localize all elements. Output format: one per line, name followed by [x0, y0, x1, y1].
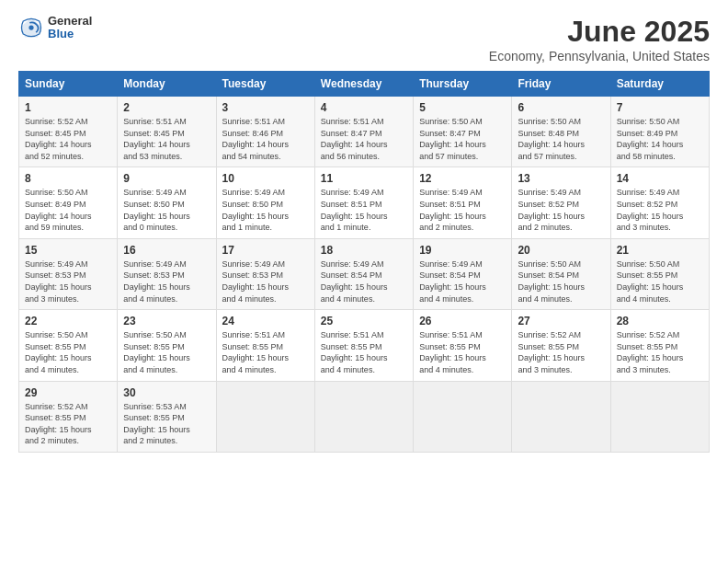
- logo-text: General Blue: [48, 15, 92, 41]
- svg-point-2: [28, 26, 33, 30]
- calendar-cell: [216, 381, 314, 452]
- day-number: 30: [123, 386, 210, 399]
- calendar-cell: [314, 381, 413, 452]
- day-info: Sunrise: 5:49 AM Sunset: 8:51 PM Dayligh…: [321, 187, 407, 233]
- calendar-cell: 19Sunrise: 5:49 AM Sunset: 8:54 PM Dayli…: [414, 238, 512, 309]
- calendar-cell: 11Sunrise: 5:49 AM Sunset: 8:51 PM Dayli…: [314, 167, 413, 238]
- day-header-tuesday: Tuesday: [216, 72, 314, 97]
- day-number: 4: [321, 101, 407, 114]
- calendar-cell: 5Sunrise: 5:50 AM Sunset: 8:47 PM Daylig…: [414, 97, 512, 167]
- calendar-cell: [610, 381, 709, 452]
- calendar-cell: 8Sunrise: 5:50 AM Sunset: 8:49 PM Daylig…: [19, 167, 118, 238]
- day-number: 15: [25, 244, 111, 257]
- calendar-cell: 29Sunrise: 5:52 AM Sunset: 8:55 PM Dayli…: [19, 381, 118, 452]
- day-info: Sunrise: 5:49 AM Sunset: 8:54 PM Dayligh…: [419, 259, 506, 304]
- day-number: 6: [518, 101, 604, 114]
- day-number: 21: [617, 244, 703, 257]
- day-info: Sunrise: 5:50 AM Sunset: 8:55 PM Dayligh…: [617, 259, 703, 304]
- day-header-sunday: Sunday: [19, 72, 118, 97]
- day-number: 12: [419, 172, 506, 185]
- page-header: General Blue June 2025 Economy, Pennsylv…: [18, 15, 710, 63]
- day-number: 18: [321, 244, 407, 257]
- calendar-cell: 12Sunrise: 5:49 AM Sunset: 8:51 PM Dayli…: [414, 167, 512, 238]
- day-info: Sunrise: 5:50 AM Sunset: 8:47 PM Dayligh…: [419, 116, 506, 162]
- day-number: 16: [123, 244, 210, 257]
- day-number: 9: [123, 172, 210, 185]
- calendar-cell: [414, 381, 512, 452]
- calendar-cell: 25Sunrise: 5:51 AM Sunset: 8:55 PM Dayli…: [314, 310, 413, 381]
- day-info: Sunrise: 5:49 AM Sunset: 8:53 PM Dayligh…: [123, 259, 210, 304]
- calendar-week-row: 8Sunrise: 5:50 AM Sunset: 8:49 PM Daylig…: [19, 167, 710, 238]
- calendar-cell: 21Sunrise: 5:50 AM Sunset: 8:55 PM Dayli…: [610, 238, 709, 309]
- day-number: 29: [25, 386, 111, 399]
- calendar-cell: 2Sunrise: 5:51 AM Sunset: 8:45 PM Daylig…: [118, 97, 216, 167]
- calendar-cell: 13Sunrise: 5:49 AM Sunset: 8:52 PM Dayli…: [512, 167, 610, 238]
- day-info: Sunrise: 5:51 AM Sunset: 8:46 PM Dayligh…: [222, 116, 309, 162]
- day-number: 23: [123, 315, 210, 327]
- day-info: Sunrise: 5:49 AM Sunset: 8:52 PM Dayligh…: [518, 187, 604, 233]
- day-number: 20: [518, 244, 604, 257]
- day-info: Sunrise: 5:52 AM Sunset: 8:45 PM Dayligh…: [25, 116, 111, 162]
- day-number: 14: [617, 172, 703, 185]
- day-number: 3: [222, 101, 309, 114]
- day-number: 22: [25, 315, 111, 327]
- day-info: Sunrise: 5:49 AM Sunset: 8:51 PM Dayligh…: [419, 187, 506, 233]
- day-header-friday: Friday: [512, 72, 610, 97]
- calendar-week-row: 22Sunrise: 5:50 AM Sunset: 8:55 PM Dayli…: [19, 310, 710, 381]
- calendar-table: SundayMondayTuesdayWednesdayThursdayFrid…: [18, 71, 710, 453]
- calendar-header-row: SundayMondayTuesdayWednesdayThursdayFrid…: [19, 72, 710, 97]
- day-number: 10: [222, 172, 309, 185]
- day-info: Sunrise: 5:52 AM Sunset: 8:55 PM Dayligh…: [518, 329, 604, 375]
- calendar-cell: 10Sunrise: 5:49 AM Sunset: 8:50 PM Dayli…: [216, 167, 314, 238]
- day-number: 7: [617, 101, 703, 114]
- calendar-cell: 14Sunrise: 5:49 AM Sunset: 8:52 PM Dayli…: [610, 167, 709, 238]
- calendar-cell: 23Sunrise: 5:50 AM Sunset: 8:55 PM Dayli…: [118, 310, 216, 381]
- day-info: Sunrise: 5:49 AM Sunset: 8:52 PM Dayligh…: [617, 187, 703, 233]
- day-number: 8: [25, 172, 111, 185]
- day-number: 19: [419, 244, 506, 257]
- day-number: 5: [419, 101, 506, 114]
- day-info: Sunrise: 5:51 AM Sunset: 8:55 PM Dayligh…: [321, 329, 407, 375]
- calendar-cell: 27Sunrise: 5:52 AM Sunset: 8:55 PM Dayli…: [512, 310, 610, 381]
- calendar-cell: 18Sunrise: 5:49 AM Sunset: 8:54 PM Dayli…: [314, 238, 413, 309]
- day-number: 27: [518, 315, 604, 327]
- day-number: 28: [617, 315, 703, 327]
- calendar-cell: 26Sunrise: 5:51 AM Sunset: 8:55 PM Dayli…: [414, 310, 512, 381]
- day-info: Sunrise: 5:53 AM Sunset: 8:55 PM Dayligh…: [123, 401, 210, 447]
- day-header-wednesday: Wednesday: [314, 72, 413, 97]
- logo-icon: [18, 15, 44, 40]
- day-number: 11: [321, 172, 407, 185]
- logo-blue: Blue: [48, 28, 92, 40]
- day-number: 2: [123, 101, 210, 114]
- logo-general: General: [48, 15, 92, 28]
- calendar-cell: 6Sunrise: 5:50 AM Sunset: 8:48 PM Daylig…: [512, 97, 610, 167]
- day-number: 24: [222, 315, 309, 327]
- calendar-week-row: 15Sunrise: 5:49 AM Sunset: 8:53 PM Dayli…: [19, 238, 710, 309]
- calendar-cell: 3Sunrise: 5:51 AM Sunset: 8:46 PM Daylig…: [216, 97, 314, 167]
- calendar-cell: 30Sunrise: 5:53 AM Sunset: 8:55 PM Dayli…: [118, 381, 216, 452]
- calendar-cell: 7Sunrise: 5:50 AM Sunset: 8:49 PM Daylig…: [610, 97, 709, 167]
- calendar-cell: 9Sunrise: 5:49 AM Sunset: 8:50 PM Daylig…: [118, 167, 216, 238]
- day-info: Sunrise: 5:50 AM Sunset: 8:55 PM Dayligh…: [123, 329, 210, 375]
- title-block: June 2025 Economy, Pennsylvania, United …: [489, 15, 710, 63]
- day-info: Sunrise: 5:51 AM Sunset: 8:45 PM Dayligh…: [123, 116, 210, 162]
- day-info: Sunrise: 5:49 AM Sunset: 8:50 PM Dayligh…: [222, 187, 309, 233]
- calendar-cell: 16Sunrise: 5:49 AM Sunset: 8:53 PM Dayli…: [118, 238, 216, 309]
- day-info: Sunrise: 5:51 AM Sunset: 8:55 PM Dayligh…: [419, 329, 506, 375]
- day-number: 25: [321, 315, 407, 327]
- calendar-cell: [512, 381, 610, 452]
- day-info: Sunrise: 5:52 AM Sunset: 8:55 PM Dayligh…: [617, 329, 703, 375]
- day-info: Sunrise: 5:50 AM Sunset: 8:54 PM Dayligh…: [518, 259, 604, 304]
- day-number: 13: [518, 172, 604, 185]
- day-header-monday: Monday: [118, 72, 216, 97]
- day-info: Sunrise: 5:52 AM Sunset: 8:55 PM Dayligh…: [25, 401, 111, 447]
- calendar-cell: 1Sunrise: 5:52 AM Sunset: 8:45 PM Daylig…: [19, 97, 118, 167]
- day-info: Sunrise: 5:51 AM Sunset: 8:47 PM Dayligh…: [321, 116, 407, 162]
- calendar-week-row: 1Sunrise: 5:52 AM Sunset: 8:45 PM Daylig…: [19, 97, 710, 167]
- month-title: June 2025: [489, 15, 710, 49]
- day-number: 17: [222, 244, 309, 257]
- day-header-saturday: Saturday: [610, 72, 709, 97]
- logo: General Blue: [18, 15, 92, 41]
- calendar-cell: 28Sunrise: 5:52 AM Sunset: 8:55 PM Dayli…: [610, 310, 709, 381]
- day-info: Sunrise: 5:50 AM Sunset: 8:49 PM Dayligh…: [25, 187, 111, 233]
